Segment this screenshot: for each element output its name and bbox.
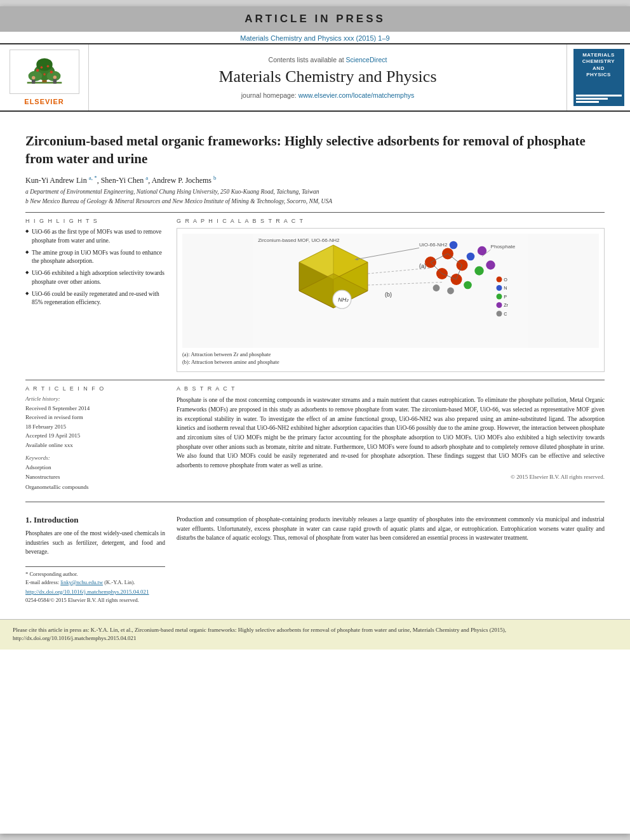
article-history-label: Article history: [25, 396, 165, 402]
article-info-col: A R T I C L E I N F O Article history: R… [25, 385, 165, 492]
svg-text:UiO-66-NH2: UiO-66-NH2 [419, 242, 448, 248]
svg-rect-13 [32, 79, 35, 83]
section-divider-3 [25, 502, 605, 502]
svg-text:Phosphate: Phosphate [491, 244, 516, 250]
svg-text:(b): (b) [385, 291, 392, 298]
svg-point-40 [474, 267, 483, 276]
introduction-section: 1. Introduction Phosphates are one of th… [25, 515, 605, 603]
graphical-abstract-image: Zirconium-based MOF, UiO-66-NH2 [182, 234, 599, 348]
intro-col-right: Production and consumption of phosphate-… [177, 515, 605, 603]
email-suffix: (K.-Y.A. Lin). [104, 579, 135, 585]
graphical-abstract-col: G R A P H I C A L A B S T R A C T Zircon… [177, 218, 605, 372]
revised-date: Received in revised form18 February 2015 [25, 413, 165, 431]
journal-header: ELSEVIER Contents lists available at Sci… [0, 43, 630, 112]
journal-ref-text: Materials Chemistry and Physics xxx (201… [240, 34, 389, 42]
highlights-graphical-row: H I G H L I G H T S UiO-66 as the first … [25, 218, 605, 372]
article-info-heading: A R T I C L E I N F O [25, 385, 165, 392]
article-history-text: Received 8 September 2014 Received in re… [25, 404, 165, 450]
citation-footer-text: Please cite this article in press as: K.… [13, 627, 506, 642]
elsevier-label: ELSEVIER [24, 98, 64, 105]
mcp-logo-title: MATERIALSCHEMISTRYANDPHYSICS [576, 52, 622, 79]
section-divider-2 [25, 380, 605, 380]
elsevier-logo-box [10, 50, 79, 94]
received-date: Received 8 September 2014 [25, 404, 165, 413]
email-label: E-mail address: [25, 579, 59, 585]
elsevier-logo-area: ELSEVIER [0, 44, 89, 110]
journal-title: Materials Chemistry and Physics [218, 67, 436, 86]
journal-ref: Materials Chemistry and Physics xxx (201… [0, 32, 630, 43]
highlight-item-1: UiO-66 as the first type of MOFs was use… [25, 228, 165, 245]
svg-text:N: N [504, 285, 507, 291]
mcp-logo-area: MATERIALSCHEMISTRYANDPHYSICS [566, 44, 630, 110]
svg-text:Zr: Zr [504, 302, 508, 308]
svg-point-5 [36, 58, 52, 71]
ga-caption-a: (a): Attraction between Zr and phosphate [182, 351, 271, 357]
svg-point-38 [467, 253, 475, 261]
journal-center: Contents lists available at ScienceDirec… [89, 44, 566, 110]
graphical-abstract-box: Zirconium-based MOF, UiO-66-NH2 [177, 228, 605, 372]
sciencedirect-link[interactable]: ScienceDirect [346, 56, 387, 63]
email-footnote: E-mail address: linky@nchu.edu.tw (K.-Y.… [25, 578, 165, 587]
svg-point-43 [486, 261, 495, 270]
graphical-abstract-heading: G R A P H I C A L A B S T R A C T [177, 218, 605, 224]
keywords-label: Keywords: [25, 455, 165, 461]
journal-homepage-line: journal homepage: www.elsevier.com/locat… [241, 91, 415, 99]
accepted-date: Accepted 19 April 2015 [25, 431, 165, 440]
highlight-item-4: UiO-66 could be easily regenerated and r… [25, 290, 165, 307]
highlight-item-2: The amine group in UiO MOFs was found to… [25, 249, 165, 266]
svg-point-3 [28, 71, 42, 81]
authors-line: Kun-Yi Andrew Lin a, *, Shen-Yi Chen a, … [25, 175, 605, 185]
svg-point-50 [497, 285, 502, 291]
keyword-1: Adsorption [25, 463, 165, 472]
mcp-logo-bars [576, 95, 622, 103]
svg-point-6 [36, 69, 39, 72]
elsevier-tree-icon [19, 56, 70, 88]
svg-point-14 [32, 76, 35, 79]
mcp-bar-3 [576, 101, 599, 103]
ga-caption: (a): Attraction between Zr and phosphate… [182, 351, 599, 366]
svg-point-48 [497, 277, 502, 283]
intro-text-right: Production and consumption of phosphate-… [177, 515, 605, 543]
intro-col-left: 1. Introduction Phosphates are one of th… [25, 515, 165, 603]
affiliation-b: b New Mexico Bureau of Geology & Mineral… [25, 197, 605, 206]
svg-point-44 [433, 284, 440, 291]
section-divider-1 [25, 212, 605, 213]
citation-footer: Please cite this article in press as: K.… [0, 619, 630, 650]
footnote-area: * Corresponding author. E-mail address: … [25, 566, 165, 603]
svg-point-12 [53, 76, 56, 79]
mcp-bar-1 [576, 95, 622, 97]
corresponding-label: * Corresponding author. [25, 571, 77, 577]
svg-point-9 [40, 66, 43, 69]
graphical-abstract-svg: Zirconium-based MOF, UiO-66-NH2 [182, 234, 599, 348]
svg-point-41 [464, 281, 472, 290]
highlights-heading: H I G H L I G H T S [25, 218, 165, 224]
email-link[interactable]: linky@nchu.edu.tw [60, 579, 103, 585]
svg-point-10 [46, 65, 49, 68]
doi-link[interactable]: http://dx.doi.org/10.1016/j.matchemphys.… [25, 589, 165, 595]
svg-text:C: C [504, 311, 507, 317]
homepage-url[interactable]: www.elsevier.com/locate/matchemphys [298, 91, 415, 99]
ga-caption-b: (b): Attraction between amine and phosph… [182, 359, 279, 365]
issn-text: 0254-0584/© 2015 Elsevier B.V. All right… [25, 597, 165, 603]
svg-text:O: O [504, 277, 507, 283]
svg-point-7 [50, 70, 53, 74]
contents-line: Contents lists available at ScienceDirec… [269, 56, 387, 63]
available-date: Available online xxx [25, 441, 165, 450]
svg-point-52 [497, 294, 502, 300]
abstract-text: Phosphate is one of the most concerning … [177, 396, 605, 470]
svg-text:Zirconium-based MOF, UiO-66-NH: Zirconium-based MOF, UiO-66-NH2 [258, 237, 340, 243]
corresponding-footnote: * Corresponding author. [25, 570, 165, 578]
svg-point-8 [43, 73, 46, 76]
highlight-item-3: UiO-66 exhibited a high adsorption selec… [25, 269, 165, 286]
intro-text-left: Phosphates are one of the most widely-us… [25, 529, 165, 557]
mcp-logo: MATERIALSCHEMISTRYANDPHYSICS [573, 49, 624, 106]
article-info-abstract-row: A R T I C L E I N F O Article history: R… [25, 385, 605, 492]
banner-text: ARTICLE IN PRESS [245, 13, 385, 25]
abstract-col: A B S T R A C T Phosphate is one of the … [177, 385, 605, 492]
svg-text:P: P [504, 294, 507, 300]
article-in-press-banner: ARTICLE IN PRESS [0, 6, 630, 32]
highlights-list: UiO-66 as the first type of MOFs was use… [25, 228, 165, 307]
abstract-copyright: © 2015 Elsevier B.V. All rights reserved… [177, 474, 605, 480]
svg-point-39 [450, 241, 458, 250]
paper-title: Zirconium-based metal organic frameworks… [25, 132, 605, 168]
